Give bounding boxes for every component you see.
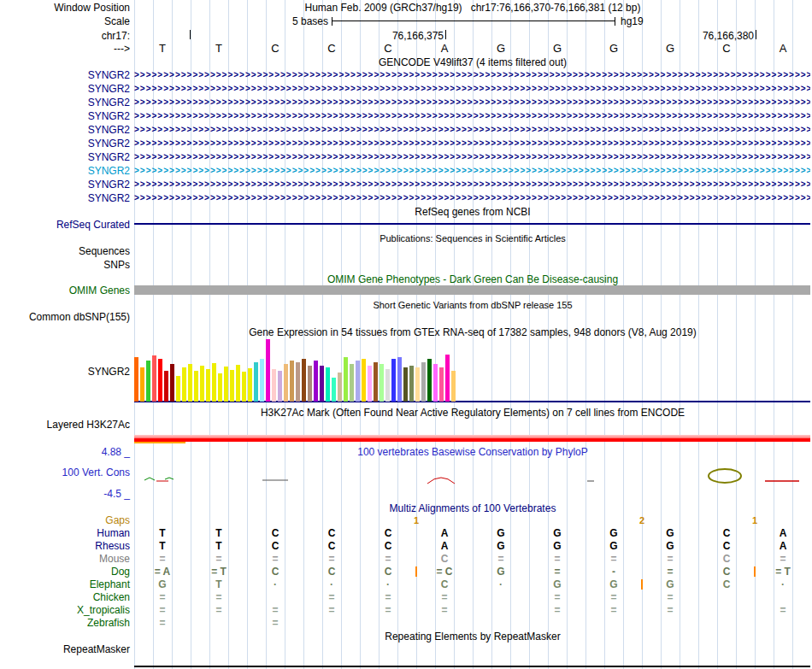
gene-label: SYNGR2 [0, 69, 130, 81]
gtex-bar[interactable] [242, 372, 246, 402]
position-text: chr17:76,166,370-76,166,381 (12 bp) [471, 2, 641, 14]
h3k27ac-signal-band[interactable] [134, 442, 185, 443]
gene-model-row[interactable]: >>>>>>>>>>>>>>>>>>>>>>>>>>>>>>>>>>>>>>>>… [134, 151, 810, 162]
gtex-bar[interactable] [278, 371, 282, 402]
gtex-bar[interactable] [439, 367, 444, 402]
gtex-bar[interactable] [451, 371, 456, 402]
gtex-bar[interactable] [385, 369, 390, 402]
gtex-bar[interactable] [296, 362, 300, 402]
align-base: = [529, 604, 585, 616]
gtex-bar[interactable] [338, 373, 342, 402]
gtex-bar[interactable] [266, 339, 270, 402]
gtex-bar[interactable] [391, 359, 396, 402]
gtex-bar[interactable] [236, 365, 240, 402]
gtex-bar[interactable] [254, 362, 258, 402]
gtex-bar[interactable] [445, 355, 450, 402]
gtex-bar[interactable] [194, 371, 198, 402]
conservation-mark [165, 478, 174, 479]
gtex-bar[interactable] [374, 362, 378, 402]
gtex-bar[interactable] [170, 364, 174, 402]
gtex-bar[interactable] [368, 366, 372, 402]
gtex-bar[interactable] [218, 373, 222, 402]
gtex-bar[interactable] [326, 367, 330, 402]
gtex-bar[interactable] [362, 359, 366, 402]
ruler-tick [190, 30, 191, 39]
gtex-bar[interactable] [206, 369, 210, 402]
gtex-bar[interactable] [332, 378, 336, 402]
gtex-bar[interactable] [182, 367, 186, 402]
align-base: G [473, 566, 529, 578]
align-base: = [134, 604, 191, 616]
gene-model-row[interactable]: >>>>>>>>>>>>>>>>>>>>>>>>>>>>>>>>>>>>>>>>… [134, 165, 810, 176]
gtex-bar[interactable] [260, 359, 264, 402]
gtex-bar[interactable] [188, 364, 192, 402]
align-base: G [473, 527, 529, 539]
repeatmasker-track-title[interactable]: Repeating Elements by RepeatMasker [134, 631, 811, 643]
omim-track-title[interactable]: OMIM Gene Phenotypes - Dark Green Can Be… [134, 273, 811, 285]
gtex-bar[interactable] [158, 359, 162, 402]
refseq-track-title[interactable]: RefSeq genes from NCBI [134, 206, 811, 218]
gtex-bar[interactable] [146, 361, 150, 402]
conservation-plot[interactable] [134, 458, 811, 492]
gtex-bar[interactable] [200, 366, 204, 402]
chrom-label: chr17: [0, 30, 130, 42]
gene-model-row[interactable]: >>>>>>>>>>>>>>>>>>>>>>>>>>>>>>>>>>>>>>>>… [134, 83, 810, 94]
refseq-curated-line[interactable] [134, 223, 810, 225]
gtex-bar[interactable] [302, 359, 306, 402]
align-base: = [303, 604, 360, 616]
gene-model-row[interactable]: >>>>>>>>>>>>>>>>>>>>>>>>>>>>>>>>>>>>>>>>… [134, 192, 810, 203]
gtex-bar[interactable] [320, 366, 324, 402]
gene-model-row[interactable]: >>>>>>>>>>>>>>>>>>>>>>>>>>>>>>>>>>>>>>>>… [134, 69, 810, 80]
gtex-bar[interactable] [152, 355, 156, 402]
omim-genes-bar[interactable] [134, 285, 810, 295]
gtex-bar[interactable] [433, 364, 438, 402]
gtex-bar[interactable] [397, 357, 402, 402]
gtex-bar[interactable] [314, 361, 318, 402]
gtex-bar[interactable] [284, 364, 288, 402]
gtex-bar[interactable] [248, 368, 252, 402]
gene-model-row[interactable]: >>>>>>>>>>>>>>>>>>>>>>>>>>>>>>>>>>>>>>>>… [134, 97, 810, 108]
align-base: = [755, 604, 811, 616]
gtex-bar[interactable] [415, 367, 420, 402]
h3k27ac-signal-band[interactable] [134, 438, 810, 442]
scale-value: 5 bases [217, 15, 328, 27]
gtex-bar[interactable] [230, 370, 234, 402]
gtex-bar[interactable] [140, 367, 144, 402]
align-base: = [642, 566, 698, 578]
gtex-bar[interactable] [421, 362, 426, 402]
gtex-bar[interactable] [308, 366, 312, 402]
align-base: C [360, 540, 416, 552]
gene-model-row[interactable]: >>>>>>>>>>>>>>>>>>>>>>>>>>>>>>>>>>>>>>>>… [134, 138, 810, 149]
gtex-bar[interactable] [403, 367, 408, 402]
align-base: = [191, 553, 247, 565]
gencode-track-title[interactable]: GENCODE V49lift37 (4 items filtered out) [134, 56, 811, 68]
gene-model-row[interactable]: >>>>>>>>>>>>>>>>>>>>>>>>>>>>>>>>>>>>>>>>… [134, 124, 810, 135]
gtex-bar[interactable] [409, 366, 414, 402]
gtex-bar[interactable] [380, 364, 384, 402]
gtex-bar[interactable] [290, 361, 294, 402]
h3k27ac-track-title[interactable]: H3K27Ac Mark (Often Found Near Active Re… [134, 407, 811, 419]
gene-model-row[interactable]: >>>>>>>>>>>>>>>>>>>>>>>>>>>>>>>>>>>>>>>>… [134, 110, 810, 121]
gtex-bar[interactable] [134, 357, 138, 402]
align-base: = [416, 604, 473, 616]
align-base: = [585, 553, 642, 565]
publications-track-title[interactable]: Publications: Sequences in Scientific Ar… [134, 232, 811, 244]
multiz-track-title[interactable]: Multiz Alignments of 100 Vertebrates [134, 502, 811, 514]
gtex-bar[interactable] [164, 371, 168, 402]
gtex-bar[interactable] [224, 367, 228, 402]
scale-assembly: hg19 [621, 15, 644, 27]
align-base: = [247, 553, 303, 565]
gtex-bar[interactable] [212, 363, 216, 402]
gtex-bar[interactable] [356, 361, 360, 402]
gene-model-row[interactable]: >>>>>>>>>>>>>>>>>>>>>>>>>>>>>>>>>>>>>>>>… [134, 179, 810, 190]
gtex-track-title[interactable]: Gene Expression in 54 tissues from GTEx … [134, 326, 811, 338]
gtex-bar[interactable] [427, 359, 432, 402]
species-label: Rhesus [0, 540, 130, 552]
gtex-bar[interactable] [344, 357, 348, 402]
dbsnp-track-title[interactable]: Short Genetic Variants from dbSNP releas… [134, 299, 811, 311]
gtex-bar[interactable] [176, 376, 180, 402]
align-base: = [529, 591, 585, 603]
phylop-track-title[interactable]: 100 vertebrates Basewise Conservation by… [134, 446, 811, 458]
gtex-bar[interactable] [272, 369, 276, 402]
gtex-bar[interactable] [350, 364, 354, 402]
